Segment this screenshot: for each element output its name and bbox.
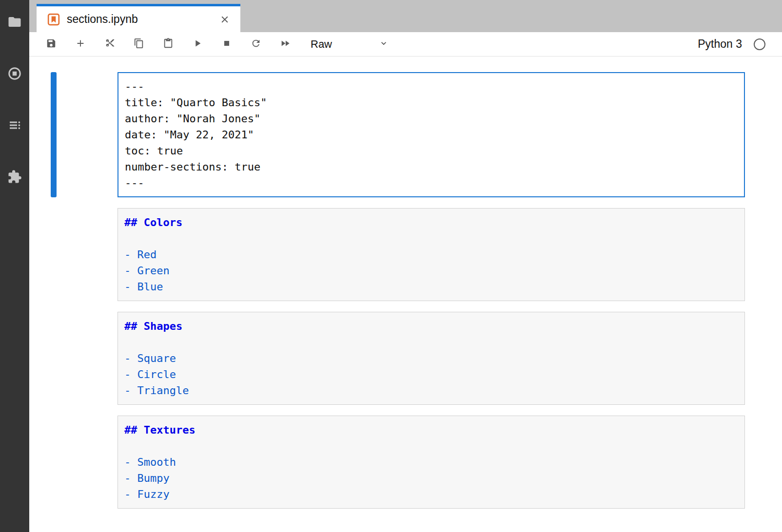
md-list-item: - Fuzzy	[124, 486, 738, 502]
save-button[interactable]	[45, 38, 57, 50]
md-list-item: - Bumpy	[124, 470, 738, 486]
notebook-file-icon	[47, 13, 60, 26]
md-heading: ## Colors	[124, 214, 738, 230]
cell-row: ## Colors - Red - Green - Blue	[29, 208, 782, 301]
list-icon	[7, 118, 22, 134]
code-line: author: "Norah Jones"	[125, 111, 738, 127]
run-cell-button[interactable]	[192, 38, 203, 50]
sidebar-item-running[interactable]	[6, 66, 23, 83]
cell-row: --- title: "Quarto Basics" author: "Nora…	[29, 72, 782, 197]
code-line: ---	[125, 78, 738, 95]
tab-bar: sections.ipynb	[29, 0, 782, 32]
insert-cell-button[interactable]	[75, 38, 86, 50]
code-line: toc: true	[125, 143, 738, 159]
copy-cells-button[interactable]	[133, 38, 145, 50]
md-list-item: - Blue	[124, 279, 738, 295]
folder-icon	[7, 15, 22, 31]
sidebar-item-extensions[interactable]	[6, 170, 23, 186]
prompt-spacer	[57, 208, 117, 301]
restart-kernel-button[interactable]	[250, 38, 262, 50]
markdown-cell-editor[interactable]: ## Textures - Smooth - Bumpy - Fuzzy	[117, 416, 745, 509]
interrupt-kernel-button[interactable]	[221, 38, 233, 50]
markdown-cell-editor[interactable]: ## Shapes - Square - Circle - Triangle	[117, 312, 745, 405]
scissors-icon	[104, 38, 115, 51]
md-list-item: - Smooth	[124, 454, 738, 470]
kernel-status-icon[interactable]	[754, 38, 765, 50]
raw-cell-editor[interactable]: --- title: "Quarto Basics" author: "Nora…	[117, 72, 745, 197]
prompt-spacer	[57, 72, 117, 197]
cut-cells-button[interactable]	[104, 38, 116, 50]
paste-cells-button[interactable]	[162, 38, 174, 50]
refresh-icon	[251, 38, 261, 51]
cell-type-dropdown[interactable]: Raw	[311, 38, 389, 51]
cell-type-value: Raw	[311, 38, 332, 51]
save-icon	[46, 38, 57, 51]
sidebar-item-files[interactable]	[6, 15, 23, 31]
copy-icon	[134, 38, 144, 51]
cell-collapser[interactable]	[51, 312, 57, 405]
stop-circle-icon	[7, 66, 22, 83]
run-all-button[interactable]	[279, 38, 291, 50]
toolbar-right: Python 3	[698, 38, 772, 51]
md-list-item: - Red	[124, 247, 738, 263]
cell-collapser[interactable]	[51, 416, 57, 509]
md-heading: ## Textures	[124, 422, 738, 438]
main-panel: sections.ipynb	[29, 0, 782, 532]
tab-title: sections.ipynb	[67, 13, 218, 26]
prompt-spacer	[57, 416, 117, 509]
puzzle-icon	[7, 170, 22, 186]
md-list-item: - Circle	[124, 366, 738, 382]
cell-collapser[interactable]	[51, 208, 57, 301]
chevron-down-icon	[379, 38, 389, 50]
stop-icon	[221, 38, 232, 51]
prompt-spacer	[57, 312, 117, 405]
code-line: ---	[125, 175, 738, 191]
plus-icon	[75, 38, 86, 51]
notebook-content: --- title: "Quarto Basics" author: "Nora…	[29, 57, 782, 532]
code-line: date: "May 22, 2021"	[125, 127, 738, 143]
activity-sidebar	[0, 0, 29, 532]
fast-forward-icon	[280, 38, 291, 51]
cell-row: ## Textures - Smooth - Bumpy - Fuzzy	[29, 416, 782, 509]
clipboard-icon	[163, 38, 174, 51]
md-list-item: - Triangle	[124, 382, 738, 399]
markdown-cell-editor[interactable]: ## Colors - Red - Green - Blue	[117, 208, 745, 301]
play-icon	[192, 38, 203, 51]
code-line: number-sections: true	[125, 159, 738, 175]
tab-sections-ipynb[interactable]: sections.ipynb	[37, 4, 240, 32]
notebook-toolbar: Raw Python 3	[29, 32, 782, 57]
md-heading: ## Shapes	[124, 318, 738, 334]
kernel-name[interactable]: Python 3	[698, 38, 742, 51]
code-line: title: "Quarto Basics"	[125, 95, 738, 111]
md-list-item: - Green	[124, 263, 738, 279]
md-list-item: - Square	[124, 350, 738, 366]
cell-row: ## Shapes - Square - Circle - Triangle	[29, 312, 782, 405]
sidebar-item-toc[interactable]	[6, 118, 23, 134]
cell-collapser[interactable]	[51, 72, 57, 197]
close-icon[interactable]	[218, 13, 232, 26]
